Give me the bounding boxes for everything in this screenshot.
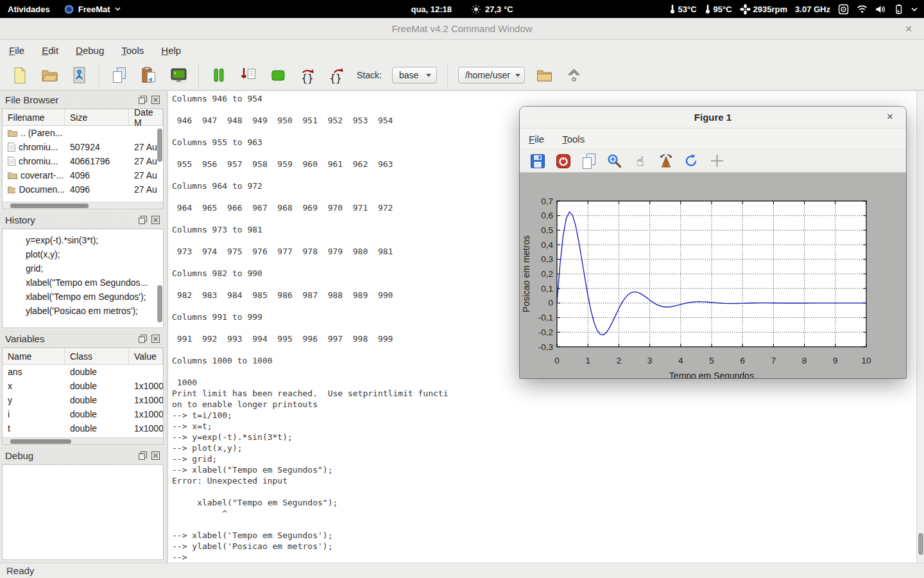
history-header[interactable]: History [0,211,166,229]
table-row[interactable]: i double 1x1000 [3,407,163,421]
step-over-button[interactable]: {} [298,65,317,85]
figure-zoom-button[interactable] [606,152,623,170]
chevron-down-icon[interactable] [911,7,918,12]
sensor-temp-2[interactable]: 95°C [705,4,732,14]
toolbar: {} {} Stack: base /home/user [0,60,924,91]
cpu-freq-indicator[interactable]: 3.07 GHz [795,4,830,14]
weather-temp: 27,3 °C [485,4,513,14]
file-browser-header[interactable]: File Browser [0,91,166,109]
weather-indicator[interactable]: 27,3 °C [471,4,513,14]
console-scrollbar[interactable] [916,91,924,563]
chevron-down-icon [115,7,121,11]
file-browser-panel: File Browser Filename Size Date M [0,91,166,211]
variables-columns[interactable]: Name Class Value [3,348,163,365]
figure-menu-tools[interactable]: Tools [562,134,585,144]
status-bar: Ready [0,563,924,578]
history-item[interactable]: xlabel('Tempo em Segundos'); [26,290,163,304]
stack-select[interactable]: base [392,67,437,83]
vertical-scrollbar[interactable] [157,285,162,322]
console-scrollbar-thumb[interactable] [918,533,923,555]
volume-icon[interactable] [875,4,886,14]
history-item[interactable]: xlabel("Tempo em Segundos... [26,276,163,290]
wifi-icon[interactable] [857,4,868,13]
menu-help[interactable]: Help [161,45,181,56]
figure-save-button[interactable] [529,152,546,170]
battery-charging-icon[interactable] [894,4,903,15]
column-filename[interactable]: Filename [3,109,65,125]
float-panel-icon[interactable] [139,96,148,105]
table-row[interactable]: .. (Paren... [3,126,163,140]
menu-debug[interactable]: Debug [76,45,104,56]
vertical-scrollbar[interactable] [157,128,162,162]
float-panel-icon[interactable] [139,451,148,460]
pause-button[interactable] [209,65,228,85]
table-row[interactable]: chromiu... 507924 27 Au [3,140,163,154]
figure-reset-view-button[interactable] [683,152,700,170]
history-item[interactable]: y=exp(-t).*sin(3*t); [26,233,163,247]
figure-crosshair-button[interactable] [708,152,726,170]
save-button[interactable] [69,65,89,85]
variables-header[interactable]: Variables [0,330,166,347]
activities-button[interactable]: Atividades [8,4,50,14]
panel-title: Variables [5,333,135,344]
column-value[interactable]: Value [129,348,163,364]
copy-button[interactable] [110,65,129,85]
figure-titlebar[interactable]: Figure 1 × [520,107,906,128]
table-row[interactable]: ans double [3,365,163,379]
figure-close-figure-button[interactable] [554,152,572,170]
table-row[interactable]: coverart-... 4096 27 Au [3,168,163,182]
open-file-button[interactable] [40,65,59,85]
desktop-top-bar: Atividades FreeMat qua, 12:18 27,3 °C 53… [0,0,924,18]
column-name[interactable]: Name [3,348,65,364]
figure-menubar: File Tools [520,128,906,149]
figure-menu-file[interactable]: File [529,134,544,144]
continue-button[interactable] [268,65,287,85]
camera-indicator-icon[interactable] [838,4,849,15]
menu-file[interactable]: File [9,45,24,56]
column-date[interactable]: Date M [129,109,163,125]
clock[interactable]: qua, 12:18 [411,4,452,14]
menu-edit[interactable]: Edit [42,45,58,56]
terminal-button[interactable] [169,65,188,85]
paste-button[interactable] [139,65,158,85]
figure-copy-button[interactable] [580,152,597,170]
horizontal-scrollbar[interactable] [3,202,163,209]
table-row[interactable]: Documen... 4096 27 Au [3,182,163,197]
float-panel-icon[interactable] [139,216,148,225]
close-panel-icon[interactable] [151,451,160,460]
menu-tools[interactable]: Tools [121,45,144,56]
svg-text:3: 3 [647,356,653,365]
new-file-button[interactable] [10,65,30,85]
table-row[interactable]: y double 1x1000 [3,393,163,407]
figure-rotate-button[interactable] [657,152,674,170]
figure-pan-button[interactable]: ☝ [631,152,649,170]
close-panel-icon[interactable] [151,335,160,344]
cwd-folder-button[interactable] [535,65,554,85]
table-row[interactable]: t double 1x1000 [3,421,163,435]
file-browser-columns[interactable]: Filename Size Date M [3,109,163,126]
history-item[interactable]: grid; [26,261,163,276]
svg-text:1: 1 [585,356,590,365]
horizontal-scrollbar[interactable] [3,437,163,444]
debug-header[interactable]: Debug [0,447,166,464]
up-directory-button[interactable] [565,65,584,85]
figure-close-button[interactable]: × [883,110,897,124]
window-close-button[interactable]: × [901,21,916,37]
column-size[interactable]: Size [65,109,129,125]
float-panel-icon[interactable] [139,335,148,344]
close-panel-icon[interactable] [151,216,160,225]
path-select[interactable]: /home/user [458,67,525,83]
table-row[interactable]: x double 1x1000 [3,379,163,393]
table-row[interactable]: chromiu... 40661796 27 Au [3,154,163,168]
step-button[interactable] [239,65,258,85]
sensor-temp-1[interactable]: 53°C [669,4,697,14]
history-item[interactable]: ylabel('Posicao em metros'); [26,304,163,318]
fan-speed-indicator[interactable]: 2935rpm [740,4,787,15]
history-item[interactable]: plot(x,y); [26,247,163,261]
close-panel-icon[interactable] [151,96,160,105]
app-menu-button[interactable]: FreeMat [64,4,121,14]
column-class[interactable]: Class [65,348,129,364]
window-titlebar[interactable]: FreeMat v4.2 Command Window × [0,18,924,40]
variables-table: Name Class Value ans double x double 1x1… [2,347,164,445]
step-out-button[interactable]: {} [327,65,346,85]
